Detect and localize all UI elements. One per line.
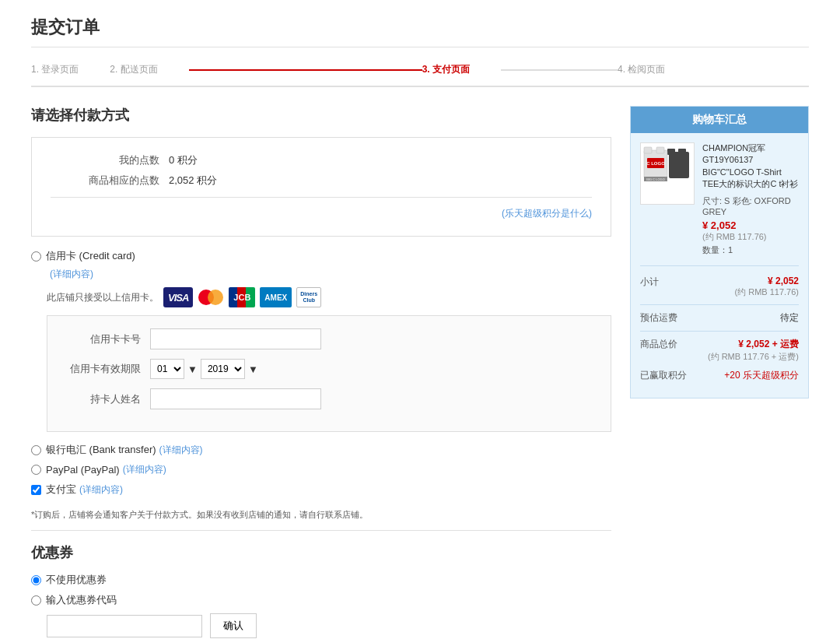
page-wrapper: 提交订单 1. 登录页面 2. 配送页面 3. 支付页面 4. 检阅页面 请选择… — [0, 0, 840, 639]
bank-transfer-radio[interactable] — [31, 445, 41, 455]
accepted-text: 此店铺只接受以上信用卡。 — [47, 291, 159, 304]
mastercard-icon — [198, 289, 224, 306]
subtotal-row: 小计 ¥ 2,052 (约 RMB 117.76) — [640, 276, 799, 298]
expiry-row: 信用卡有效期限 01020304 05060708 09101112 ▼ 201… — [63, 359, 595, 379]
expiry-year-select[interactable]: 20192020202120222023 — [201, 359, 245, 379]
diners-logo: DinersClub — [296, 287, 321, 307]
cart-item-price-rmb: (约 RMB 117.76) — [702, 231, 799, 243]
points-info-link[interactable]: (乐天超级积分是什么) — [502, 208, 592, 219]
card-form: 信用卡卡号 信用卡有效期限 01020304 05060708 09101112… — [47, 315, 611, 432]
expiry-month-select[interactable]: 01020304 05060708 09101112 — [150, 359, 184, 379]
visa-logo: VISA — [163, 287, 193, 307]
expiry-label: 信用卡有效期限 — [63, 362, 141, 376]
shipping-row: 预估运费 待定 — [640, 311, 799, 325]
progress-step-shipping: 2. 配送页面 — [110, 63, 157, 76]
cart-item-image: C LOGO BIG C LOGO — [640, 142, 695, 205]
progress-step-login: 1. 登录页面 — [31, 63, 79, 76]
progress-step-payment: 3. 支付页面 — [422, 63, 470, 76]
cart-item-price: ¥ 2,052 — [702, 219, 799, 231]
cart-item-qty: 数量：1 — [702, 244, 799, 256]
paypal-detail-link[interactable]: (详细内容) — [123, 463, 166, 476]
cart-item-info: CHAMPION冠军GT19Y06137 BIG"C"LOGO T-Shirt … — [702, 142, 799, 256]
paypal-radio[interactable] — [31, 465, 41, 475]
product-image-svg: C LOGO BIG C LOGO — [641, 142, 694, 205]
svg-rect-6 — [644, 147, 652, 153]
points-earned-value: +20 乐天超级积分 — [724, 369, 799, 382]
svg-rect-4 — [678, 149, 686, 155]
progress-line — [189, 69, 422, 71]
cart-summary-title: 购物车汇总 — [631, 107, 808, 133]
payment-section-title: 请选择付款方式 — [31, 106, 611, 125]
credit-card-option: 信用卡 (Credit card) — [31, 249, 611, 263]
main-content: 请选择付款方式 我的点数 0 积分 商品相应的点数 2,052 积分 (乐天超级… — [31, 106, 809, 639]
payment-notice: *订购后，店铺将会通知客户关于付款方式。如果没有收到店铺的通知，请自行联系店铺。 — [31, 509, 611, 531]
left-panel: 请选择付款方式 我的点数 0 积分 商品相应的点数 2,052 积分 (乐天超级… — [31, 106, 611, 639]
product-points-label: 商品相应的点数 — [51, 174, 159, 188]
enter-coupon-radio[interactable] — [31, 595, 41, 606]
my-points-value: 0 积分 — [169, 153, 198, 167]
amex-logo: AMEX — [260, 287, 292, 307]
progress-bar: 1. 登录页面 2. 配送页面 3. 支付页面 4. 检阅页面 — [31, 63, 809, 87]
points-earned-label: 已赢取积分 — [640, 369, 687, 382]
right-panel: 购物车汇总 — [630, 106, 809, 639]
card-number-label: 信用卡卡号 — [63, 332, 141, 346]
cart-summary-body: C LOGO BIG C LOGO CHAMPION冠军GT19Y06137 B… — [631, 133, 808, 398]
cart-item-name: CHAMPION冠军GT19Y06137 BIG"C"LOGO T-Shirt … — [702, 142, 799, 191]
expiry-separator: ▼ — [187, 363, 198, 375]
expiry-year-arrow: ▼ — [248, 363, 258, 375]
total-row: 商品总价 ¥ 2,052 + 运费 (约 RMB 117.76 + 运费) — [640, 338, 799, 363]
progress-step-review: 4. 检阅页面 — [618, 63, 665, 76]
subtotal-value: ¥ 2,052 (约 RMB 117.76) — [734, 276, 799, 298]
holder-row: 持卡人姓名 — [63, 388, 595, 409]
cart-item-size: 尺寸: S 彩色: OXFORD GREY — [702, 195, 799, 216]
credit-card-radio[interactable] — [31, 251, 41, 262]
credit-card-section: 此店铺只接受以上信用卡。 VISA JCB AMEX — [47, 287, 611, 432]
product-points-value: 2,052 积分 — [169, 174, 217, 188]
points-earned-row: 已赢取积分 +20 乐天超级积分 — [640, 369, 799, 382]
no-coupon-radio[interactable] — [31, 575, 41, 585]
points-box: 我的点数 0 积分 商品相应的点数 2,052 积分 (乐天超级积分是什么) — [31, 137, 611, 237]
bank-transfer-detail-link[interactable]: (详细内容) — [159, 444, 203, 457]
svg-rect-7 — [656, 147, 664, 153]
total-label: 商品总价 — [640, 338, 677, 351]
svg-rect-2 — [669, 152, 689, 178]
points-link-row: (乐天超级积分是什么) — [51, 207, 592, 220]
cart-summary: 购物车汇总 — [630, 106, 809, 398]
accepted-cards-row: 此店铺只接受以上信用卡。 VISA JCB AMEX — [47, 287, 611, 307]
alipay-checkbox[interactable] — [31, 485, 41, 495]
jcb-logo: JCB — [229, 287, 255, 307]
holder-name-input[interactable] — [150, 388, 321, 409]
shipping-value: 待定 — [780, 311, 799, 325]
no-coupon-option: 不使用优惠券 — [31, 573, 611, 587]
svg-rect-3 — [667, 149, 675, 155]
svg-text:BIG C LOGO: BIG C LOGO — [646, 177, 665, 181]
alipay-detail-link[interactable]: (详细内容) — [79, 483, 123, 497]
coupon-input-row: 确认 — [47, 613, 611, 638]
alipay-option: 支付宝 (详细内容) — [31, 483, 611, 497]
bank-transfer-option: 银行电汇 (Bank transfer) (详细内容) — [31, 443, 611, 457]
coupon-confirm-button[interactable]: 确认 — [210, 613, 257, 638]
enter-coupon-option: 输入优惠券代码 — [31, 593, 611, 607]
progress-line-grey — [501, 69, 618, 71]
credit-card-detail-link[interactable]: (详细内容) — [50, 269, 93, 279]
cart-item: C LOGO BIG C LOGO CHAMPION冠军GT19Y06137 B… — [640, 142, 799, 266]
mastercard-logo — [198, 289, 224, 306]
coupon-title: 优惠券 — [31, 543, 611, 562]
credit-card-label: 信用卡 (Credit card) — [46, 249, 135, 263]
paypal-label: PayPal (PayPal) — [46, 464, 120, 476]
alipay-label: 支付宝 — [46, 483, 76, 497]
product-points-row: 商品相应的点数 2,052 积分 — [51, 174, 592, 188]
enter-coupon-label: 输入优惠券代码 — [46, 593, 117, 607]
coupon-code-input[interactable] — [47, 615, 202, 637]
svg-text:C LOGO: C LOGO — [646, 161, 665, 166]
holder-label: 持卡人姓名 — [63, 392, 141, 406]
my-points-row: 我的点数 0 积分 — [51, 153, 592, 167]
card-number-row: 信用卡卡号 — [63, 328, 595, 349]
total-value: ¥ 2,052 + 运费 (约 RMB 117.76 + 运费) — [708, 338, 799, 363]
my-points-label: 我的点数 — [51, 153, 159, 167]
paypal-option: PayPal (PayPal) (详细内容) — [31, 463, 611, 476]
subtotal-label: 小计 — [640, 276, 659, 289]
card-number-input[interactable] — [150, 328, 321, 349]
bank-transfer-label: 银行电汇 (Bank transfer) — [46, 443, 156, 457]
no-coupon-label: 不使用优惠券 — [46, 573, 107, 587]
